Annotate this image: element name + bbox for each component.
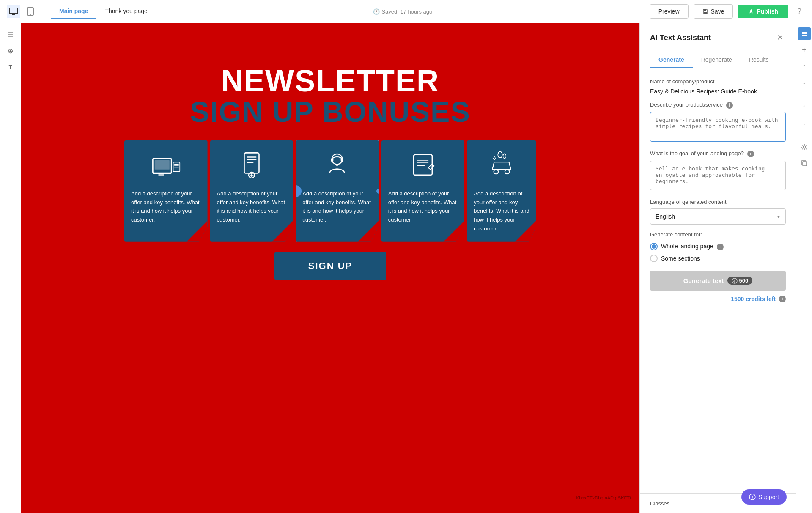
newsletter-subheadline: SIGN UP BONUSES <box>190 96 471 128</box>
saved-status-text: Saved: 17 hours ago <box>381 8 432 15</box>
zoom-down2-icon[interactable]: ↓ <box>798 116 811 129</box>
card-2-text: Add a description of your offer and key … <box>217 189 287 225</box>
radio-whole-page-circle[interactable] <box>650 243 658 250</box>
svg-rect-38 <box>802 35 807 36</box>
svg-rect-15 <box>247 159 256 160</box>
card-4[interactable]: Add a description of your offer and key … <box>381 140 465 242</box>
company-field-section: Name of company/product Easy & Delicious… <box>650 78 786 95</box>
tab-generate[interactable]: Generate <box>650 52 693 68</box>
layers-icon[interactable] <box>798 27 811 40</box>
ai-panel-title: AI Text Assistant <box>650 33 711 42</box>
signup-btn-container: SIGN UP <box>274 252 386 280</box>
svg-rect-40 <box>803 162 807 166</box>
goal-input[interactable] <box>650 161 786 190</box>
svg-point-31 <box>505 170 510 174</box>
card-1-text: Add a description of your offer and key … <box>131 189 201 225</box>
edit-btn[interactable]: EDIT <box>296 128 309 140</box>
svg-rect-6 <box>155 160 170 170</box>
company-label: Name of company/product <box>650 78 786 85</box>
save-button[interactable]: Save <box>694 4 733 19</box>
generate-button[interactable]: Generate text ¢ 500 <box>650 271 786 291</box>
radio-some-sections-circle[interactable] <box>650 255 658 262</box>
language-section: Language of generated content English Fr… <box>650 199 786 225</box>
settings-icon[interactable] <box>798 141 811 154</box>
edit-toolbar: EDIT ⧉ ⤢ 🗑 ⚙ <box>296 128 367 140</box>
language-select[interactable]: English French Spanish German <box>650 208 786 225</box>
ai-panel-header: AI Text Assistant ✕ <box>650 32 786 44</box>
zoom-down-icon[interactable]: ↓ <box>798 76 811 88</box>
describe-section: Describe your product/service i <box>650 102 786 150</box>
move-btn[interactable]: ⤢ <box>324 128 338 140</box>
whole-page-info-icon[interactable]: i <box>717 244 724 250</box>
language-label: Language of generated content <box>650 199 786 205</box>
publish-button[interactable]: Publish <box>738 5 788 18</box>
goal-info-icon[interactable]: i <box>747 151 754 157</box>
company-value: Easy & Delicious Recipes: Guide E-book <box>650 88 786 95</box>
page-tabs: Main page Thank you page <box>51 4 156 19</box>
support-button[interactable]: ? Support <box>741 489 787 505</box>
svg-line-32 <box>494 156 496 159</box>
right-panel: AI Text Assistant ✕ Generate Regenerate … <box>639 23 796 513</box>
close-button[interactable]: ✕ <box>774 32 786 44</box>
newsletter-title-section: NEWSLETTER SIGN UP BONUSES <box>190 66 471 128</box>
tab-regenerate[interactable]: Regenerate <box>693 52 741 68</box>
tab-results[interactable]: Results <box>741 52 777 68</box>
card-3-icon <box>320 149 354 183</box>
signup-button[interactable]: SIGN UP <box>274 252 386 280</box>
card-2[interactable]: Add a description of your offer and key … <box>210 140 294 242</box>
svg-rect-22 <box>341 159 343 162</box>
far-right-toolbar: + ↑ ↓ ↑ ↓ <box>796 23 812 513</box>
ai-tabs: Generate Regenerate Results <box>650 52 786 68</box>
generate-for-section: Generate content for: Whole landing page… <box>650 231 786 262</box>
canvas-left-bar: ☰ ⊕ T <box>0 23 21 513</box>
svg-rect-14 <box>247 156 256 158</box>
svg-point-2 <box>30 14 31 15</box>
radio-whole-page[interactable]: Whole landing page i <box>650 243 786 250</box>
main-layout: ☰ ⊕ T NEWSLETTER SIGN UP BONUSES <box>0 23 812 513</box>
describe-info-icon[interactable]: i <box>726 102 733 109</box>
svg-rect-21 <box>331 159 333 162</box>
radio-some-sections[interactable]: Some sections <box>650 255 786 262</box>
add-element-icon[interactable]: + <box>798 44 811 56</box>
left-bar-icon-2[interactable]: ⊕ <box>4 44 17 57</box>
card-3[interactable]: EDIT ⧉ ⤢ 🗑 ⚙ + <box>296 140 379 242</box>
credits-info-icon[interactable]: i <box>779 296 786 302</box>
svg-rect-3 <box>704 12 707 14</box>
radio-group: Whole landing page i Some sections <box>650 243 786 262</box>
svg-text:?: ? <box>751 495 753 499</box>
svg-rect-36 <box>802 32 807 33</box>
help-icon[interactable]: ? <box>793 5 805 17</box>
zoom-up2-icon[interactable]: ↑ <box>798 100 811 113</box>
card-1[interactable]: Add a description of your offer and key … <box>124 140 208 242</box>
tab-main-page[interactable]: Main page <box>51 4 96 19</box>
svg-point-30 <box>494 170 499 174</box>
tablet-icon[interactable] <box>24 5 37 18</box>
duplicate-btn[interactable]: ⧉ <box>310 128 324 140</box>
svg-rect-37 <box>802 33 807 34</box>
topbar-right: Preview Save Publish ? <box>650 4 805 19</box>
device-icons <box>7 5 37 18</box>
svg-line-29 <box>428 167 428 170</box>
tab-thank-you[interactable]: Thank you page <box>96 4 156 19</box>
save-label: Save <box>711 8 724 15</box>
preview-button[interactable]: Preview <box>650 4 689 19</box>
describe-input[interactable] <box>650 112 786 142</box>
delete-btn[interactable]: 🗑 <box>339 128 352 140</box>
ai-panel: AI Text Assistant ✕ Generate Regenerate … <box>640 23 796 493</box>
desktop-icon[interactable] <box>7 5 20 18</box>
left-bar-icon-1[interactable]: ☰ <box>4 28 17 41</box>
card-5[interactable]: Add a description of your offer and key … <box>467 140 536 242</box>
svg-rect-13 <box>244 153 259 173</box>
credits-left: 1500 credits left i <box>650 296 786 302</box>
resize-handle-left[interactable] <box>293 189 298 194</box>
cards-row: Add a description of your offer and key … <box>123 140 538 242</box>
card-3-text: Add a description of your offer and key … <box>302 189 372 225</box>
left-bar-icon-3[interactable]: T <box>4 60 17 73</box>
publish-label: Publish <box>757 8 778 15</box>
resize-handle-right[interactable] <box>376 189 381 194</box>
zoom-up-icon[interactable]: ↑ <box>798 60 811 72</box>
copy-icon[interactable] <box>798 157 811 170</box>
more-btn[interactable]: ⚙ <box>353 128 367 140</box>
radio-whole-page-label: Whole landing page i <box>661 243 724 250</box>
card-4-icon <box>406 149 440 183</box>
